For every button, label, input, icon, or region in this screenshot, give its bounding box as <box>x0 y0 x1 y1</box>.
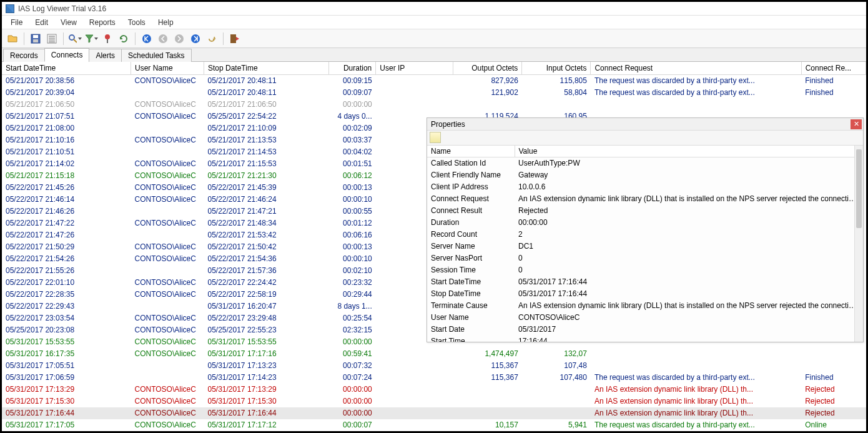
categorize-icon[interactable] <box>430 132 441 143</box>
pin-icon[interactable] <box>101 32 114 46</box>
column-header[interactable]: Output Octets <box>453 62 522 75</box>
scrollbar[interactable] <box>854 146 863 342</box>
properties-header-value: Value <box>515 146 863 157</box>
nav-first-icon[interactable] <box>140 32 154 46</box>
menu-tools[interactable]: Tools <box>122 17 152 28</box>
properties-titlebar[interactable]: Properties ✕ <box>427 118 863 131</box>
menu-bar: FileEditViewReportsToolsHelp <box>2 16 866 29</box>
nav-prev-icon[interactable] <box>156 32 170 46</box>
column-header[interactable]: User IP <box>376 62 453 75</box>
tab-scheduled-tasks[interactable]: Scheduled Tasks <box>121 49 192 62</box>
window-title: IAS Log Viewer Trial v3.16 <box>18 4 106 13</box>
property-row[interactable]: Client Friendly NameGateway <box>427 169 863 181</box>
property-row[interactable]: Stop DateTime05/31/2017 17:16:44 <box>427 288 863 300</box>
table-row[interactable]: 05/31/2017 17:17:05CONTOSO\AliceC05/31/2… <box>2 419 866 431</box>
close-icon[interactable]: ✕ <box>851 119 862 129</box>
property-row[interactable]: Record Count2 <box>427 229 863 241</box>
properties-grid: Name Value Called Station IdUserAuthType… <box>427 146 863 342</box>
property-row[interactable]: User NameCONTOSO\AliceC <box>427 312 863 324</box>
property-row[interactable]: Session Time0 <box>427 264 863 276</box>
svg-point-10 <box>105 34 110 39</box>
refresh-icon[interactable] <box>117 32 131 46</box>
redo-icon[interactable] <box>205 32 219 46</box>
svg-point-12 <box>142 34 151 43</box>
tab-alerts[interactable]: Alerts <box>89 49 122 62</box>
nav-last-icon[interactable] <box>189 32 202 46</box>
menu-view[interactable]: View <box>54 17 83 28</box>
column-header[interactable]: User Name <box>131 62 204 75</box>
svg-point-14 <box>175 34 184 43</box>
property-row[interactable]: Client IP Address10.0.0.6 <box>427 181 863 193</box>
property-row[interactable]: Terminate CauseAn IAS extension dynamic … <box>427 300 863 312</box>
search-icon[interactable] <box>68 32 82 46</box>
column-header[interactable]: Input Octets <box>522 62 591 75</box>
column-header[interactable]: Duration <box>328 62 376 75</box>
nav-next-icon[interactable] <box>172 32 186 46</box>
properties-title: Properties <box>431 120 465 129</box>
property-row[interactable]: Called Station IdUserAuthType:PW <box>427 157 863 170</box>
menu-edit[interactable]: Edit <box>29 17 54 28</box>
menu-reports[interactable]: Reports <box>83 17 122 28</box>
property-row[interactable]: Server NasPort0 <box>427 252 863 264</box>
svg-point-8 <box>69 35 74 40</box>
table-row[interactable]: 05/31/2017 17:16:44CONTOSO\AliceC05/31/2… <box>2 407 866 419</box>
table-row[interactable]: 05/21/2017 20:38:56CONTOSO\AliceC05/21/2… <box>2 75 866 87</box>
exit-icon[interactable] <box>228 32 242 46</box>
property-row[interactable]: Connect RequestAn IAS extension dynamic … <box>427 193 863 205</box>
table-row[interactable]: 05/21/2017 20:39:0405/21/2017 20:48:1100… <box>2 87 866 99</box>
svg-rect-16 <box>230 34 236 43</box>
table-row[interactable]: 05/31/2017 17:06:5905/31/2017 17:14:2300… <box>2 372 866 384</box>
table-row[interactable]: 05/31/2017 17:05:5105/31/2017 17:13:2300… <box>2 360 866 372</box>
tab-records[interactable]: Records <box>3 49 45 62</box>
svg-point-15 <box>191 34 200 43</box>
save-icon[interactable] <box>29 32 42 46</box>
column-header[interactable]: Connect Request <box>591 62 801 75</box>
title-bar: IAS Log Viewer Trial v3.16 <box>2 2 866 16</box>
menu-file[interactable]: File <box>4 17 29 28</box>
table-row[interactable]: 05/31/2017 17:13:29CONTOSO\AliceC05/31/2… <box>2 384 866 396</box>
properties-panel: Properties ✕ Name Value Called Station I… <box>427 117 864 342</box>
table-row[interactable]: 05/31/2017 16:17:35CONTOSO\AliceC05/31/2… <box>2 348 866 360</box>
open-icon[interactable] <box>6 32 19 46</box>
property-row[interactable]: Start Time17:16:44 <box>427 336 863 342</box>
toolbar <box>2 29 866 48</box>
table-row[interactable]: 05/31/2017 17:15:30CONTOSO\AliceC05/31/2… <box>2 396 866 407</box>
filter-icon[interactable] <box>84 32 98 46</box>
property-row[interactable]: Start DateTime05/31/2017 17:16:44 <box>427 276 863 288</box>
column-header[interactable]: Start DateTime <box>2 62 131 75</box>
svg-line-9 <box>74 39 77 42</box>
app-icon <box>6 4 14 13</box>
property-row[interactable]: Start Date05/31/2017 <box>427 324 863 336</box>
menu-help[interactable]: Help <box>152 17 180 28</box>
properties-header-name: Name <box>427 146 515 157</box>
svg-point-13 <box>159 34 167 43</box>
svg-rect-1 <box>33 35 38 38</box>
table-row[interactable]: 05/21/2017 21:06:50CONTOSO\AliceC05/21/2… <box>2 99 866 111</box>
tab-bar: RecordsConnectsAlertsScheduled Tasks <box>2 48 866 62</box>
properties-toolbar <box>427 131 863 146</box>
list-icon[interactable] <box>45 32 59 46</box>
column-header[interactable]: Stop DateTime <box>204 62 328 75</box>
table-header-row: Start DateTimeUser NameStop DateTimeDura… <box>2 62 866 75</box>
property-row[interactable]: Connect ResultRejected <box>427 205 863 217</box>
tab-connects[interactable]: Connects <box>44 48 90 62</box>
svg-rect-2 <box>33 39 38 42</box>
property-row[interactable]: Server NameDC1 <box>427 241 863 252</box>
property-row[interactable]: Duration00:00:00 <box>427 217 863 229</box>
column-header[interactable]: Connect Re... <box>801 62 866 75</box>
